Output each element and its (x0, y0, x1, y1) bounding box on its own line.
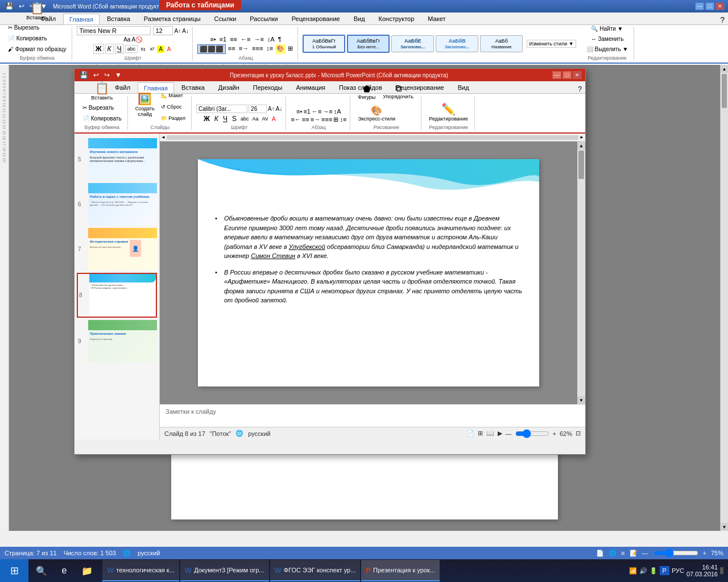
word-view-normal-btn[interactable]: 📄 (596, 550, 604, 557)
word-subscript-btn[interactable]: x₂ (139, 45, 147, 52)
word-tab-view[interactable]: Вид (348, 13, 371, 24)
word-change-styles-btn[interactable]: Изменить стили ▼ (527, 40, 576, 48)
word-sort-btn[interactable]: ↕A (266, 35, 276, 43)
taskbar-start-btn[interactable]: ⊞ (0, 559, 28, 582)
word-tab-design[interactable]: Конструктор (373, 13, 421, 24)
word-tab-layout[interactable]: Разметка страницы (138, 13, 207, 24)
pp-redo-btn[interactable]: ↪ (102, 70, 111, 80)
word-zoom-out-btn[interactable]: — (642, 550, 648, 556)
pp-strikethrough-btn[interactable]: abc (239, 115, 250, 122)
word-save-btn[interactable]: 💾 (3, 2, 15, 11)
word-align-center-btn[interactable]: ≡≡ (227, 44, 237, 54)
pp-numbering-btn[interactable]: ≡1 (303, 108, 311, 115)
pp-tab-design[interactable]: Дизайн (212, 82, 246, 93)
pp-layout-btn[interactable]: 📐 Макет (159, 90, 188, 101)
word-replace-btn[interactable]: ↔ Заменить (589, 34, 626, 44)
pp-arrange-btn[interactable]: ⧉ Упорядочить (380, 82, 416, 102)
pp-slide-item-5[interactable]: 5 Изучение нового материала Большой фраг… (77, 138, 157, 181)
taskbar-app-presentation[interactable]: P Презентация к урок... (361, 560, 440, 581)
word-shading-btn[interactable]: 🎨 (275, 44, 286, 54)
taskbar-app-techcard[interactable]: W технологическая к... (102, 560, 179, 581)
pp-scroll-right-btn[interactable]: ► (580, 135, 584, 140)
word-minimize-btn[interactable]: — (695, 2, 704, 10)
word-close-btn[interactable]: ✕ (715, 2, 725, 10)
word-find-btn[interactable]: 🔍 Найти ▼ (589, 23, 625, 34)
word-tab-mail[interactable]: Рассылки (243, 13, 284, 24)
pp-scroll-left-btn[interactable]: ◄ (161, 135, 166, 140)
pp-maximize-btn[interactable]: □ (562, 71, 572, 79)
pp-save-btn[interactable]: 💾 (78, 70, 90, 80)
word-format-painter-btn[interactable]: 🖌 Формат по образцу (6, 44, 68, 54)
pp-slide-item-8[interactable]: 8 • Обыкновенные дроби вошли... • В Росс… (77, 273, 157, 318)
pp-view-slideshow-btn[interactable]: ▶ (498, 430, 502, 437)
pp-slide-item-9[interactable]: 9 Практические знания Задания на практик… (77, 320, 157, 363)
word-style-title[interactable]: АаБбНазвание (480, 35, 523, 52)
pp-zoom-out-btn[interactable]: — (506, 430, 512, 437)
pp-scroll-thumb[interactable] (578, 151, 584, 179)
pp-reset-btn[interactable]: ↺ Сброс (159, 102, 188, 112)
pp-italic-btn[interactable]: К (213, 114, 220, 123)
pp-tab-view[interactable]: Вид (452, 82, 475, 93)
word-scroll-down-btn[interactable]: ▼ (721, 523, 728, 531)
pp-font-size[interactable]: 26 (249, 105, 267, 113)
word-view-outline-btn[interactable]: ≡ (621, 550, 624, 556)
pp-font-color-btn[interactable]: A (271, 115, 277, 123)
word-tab-review[interactable]: Рецензирование (286, 13, 346, 24)
word-paste-btn[interactable]: 📋 Вставить (23, 0, 51, 22)
pp-editing-btn[interactable]: ✏️ Редактирование (426, 101, 471, 123)
pp-new-slide-btn[interactable]: 🖼️ Создатьслайд (133, 90, 158, 123)
word-tab-home[interactable]: Главная (63, 14, 100, 24)
pp-cut-btn[interactable]: ✂ Вырезать (80, 102, 124, 113)
taskbar-show-desktop-btn[interactable] (720, 567, 723, 574)
word-tab-layout2[interactable]: Макет (421, 13, 452, 24)
pp-help-btn[interactable]: ? (578, 85, 582, 93)
word-zoom-in-btn[interactable]: + (703, 550, 706, 556)
word-grow-font-btn[interactable]: A↑ (174, 28, 181, 34)
pp-copy-btn[interactable]: 📄 Копировать (80, 113, 124, 123)
pp-tab-animation[interactable]: Анимация (289, 82, 332, 93)
pp-scroll-up-btn[interactable]: ▲ (577, 142, 585, 149)
word-pilcrow-btn[interactable]: ¶ (277, 35, 283, 43)
word-style-heading2[interactable]: АаБбВЗаголово... (436, 35, 478, 52)
word-case-btn[interactable]: Aa (123, 36, 130, 43)
pp-zoom-level[interactable]: 62% (560, 430, 572, 437)
pp-text-dir-btn[interactable]: ↕A (334, 108, 341, 115)
word-scroll-up-btn[interactable]: ▲ (721, 65, 728, 73)
taskbar-search-btn[interactable]: 🔍 (31, 560, 52, 581)
pp-zoom-slider[interactable] (515, 429, 549, 438)
word-align-right-btn[interactable]: ≡→ (238, 44, 250, 54)
pp-font-name[interactable]: Calibri (Заг... (196, 105, 247, 113)
pp-align-left-btn[interactable]: ≡← (291, 116, 300, 123)
pp-notes[interactable]: Заметки к слайду (160, 404, 585, 427)
pp-slide-item-7[interactable]: 7 Историческая справка Краткая история м… (77, 228, 157, 271)
word-style-normal[interactable]: АаБбВвГг1 Обычный (303, 35, 345, 53)
pp-minimize-btn[interactable]: — (552, 71, 561, 79)
word-borders-btn[interactable]: ⊞ (287, 44, 294, 54)
word-shrink-font-btn[interactable]: A↓ (182, 28, 189, 34)
word-highlight-btn[interactable]: A (157, 45, 164, 53)
pp-align-right-btn[interactable]: ≡→ (311, 116, 320, 123)
pp-fit-btn[interactable]: ⊡ (576, 430, 581, 437)
taskbar-lang-btn[interactable]: P (660, 566, 669, 575)
pp-bullets-btn[interactable]: ≡• (296, 108, 302, 115)
pp-line-spacing-btn[interactable]: ↕≡ (340, 116, 346, 123)
word-zoom-slider[interactable] (653, 548, 698, 558)
pp-shrink-font-btn[interactable]: A↓ (276, 106, 283, 112)
pp-shapes-btn[interactable]: ⬟ Фигуры (355, 82, 378, 102)
word-italic-btn[interactable]: К (105, 44, 114, 54)
pp-case-btn[interactable]: Аа (251, 115, 259, 122)
pp-slide-item-6[interactable]: 6 Работа в парах с текстом учебника - Ра… (77, 183, 157, 226)
word-help-btn[interactable]: ? (720, 15, 725, 24)
taskbar-edge-btn[interactable]: e (53, 560, 75, 581)
pp-justify-btn[interactable]: ≡≡≡ (321, 116, 332, 123)
word-maximize-btn[interactable]: □ (705, 2, 714, 10)
pp-grow-font-btn[interactable]: A↑ (268, 106, 275, 112)
word-underline-btn[interactable]: Ч (115, 44, 124, 54)
word-font-name[interactable]: Times New R (77, 26, 151, 35)
word-bullets-btn[interactable]: ≡• (209, 35, 217, 43)
pp-undo-btn[interactable]: ↩ (92, 70, 101, 80)
word-line-spacing-btn[interactable]: ↕≡ (265, 44, 274, 54)
word-decrease-indent-btn[interactable]: ←≡ (239, 35, 251, 43)
word-increase-indent-btn[interactable]: →≡ (253, 35, 264, 43)
pp-spacing-btn[interactable]: AV (261, 115, 270, 122)
